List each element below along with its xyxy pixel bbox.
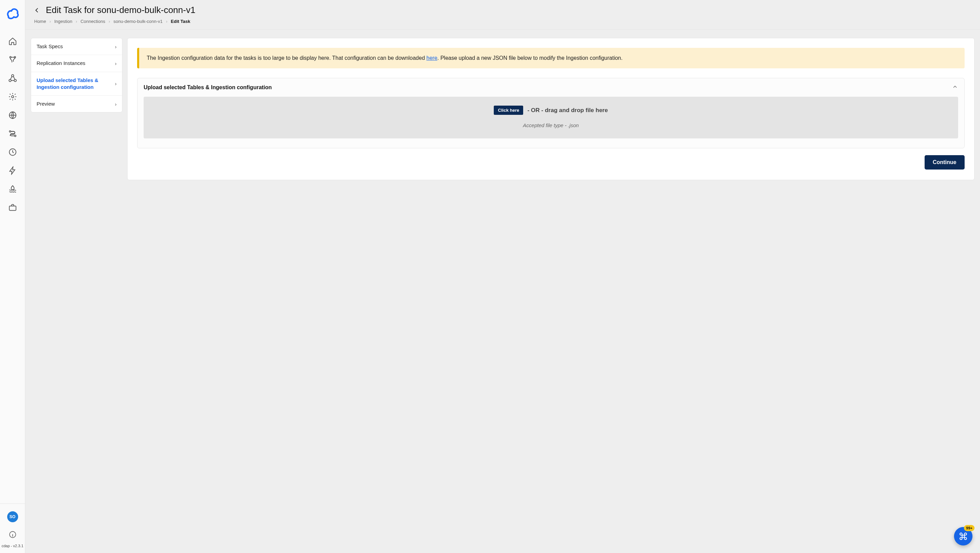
upload-panel: Upload selected Tables & Ingestion confi… [137, 78, 965, 148]
bolt-icon[interactable] [8, 166, 17, 175]
step-replication-instances[interactable]: Replication Instances › [31, 55, 122, 72]
app-logo-icon [5, 6, 20, 21]
step-upload-config[interactable]: Upload selected Tables & Ingestion confi… [31, 72, 122, 96]
chevron-right-icon: › [115, 81, 116, 86]
back-button[interactable] [32, 5, 42, 15]
user-avatar[interactable]: SO [7, 511, 18, 522]
rail-icons [8, 37, 17, 212]
filter-icon[interactable] [8, 56, 17, 64]
breadcrumb-item[interactable]: sonu-demo-bulk-conn-v1 [113, 19, 163, 24]
breadcrumb: Home › Ingestion › Connections › sonu-de… [32, 19, 973, 24]
page-title: Edit Task for sonu-demo-bulk-conn-v1 [46, 5, 195, 15]
fab-badge: 99+ [964, 525, 975, 531]
step-preview[interactable]: Preview › [31, 96, 122, 112]
water-icon[interactable] [8, 184, 17, 194]
version-label: cdap - v2.3.1 [0, 543, 25, 553]
chevron-right-icon: › [49, 19, 51, 24]
nodes-icon[interactable] [8, 74, 17, 83]
step-nav: Task Specs › Replication Instances › Upl… [31, 38, 123, 113]
svg-point-3 [9, 79, 11, 82]
main-panel: The Ingestion configuration data for the… [127, 38, 975, 180]
step-task-specs[interactable]: Task Specs › [31, 38, 122, 55]
info-icon[interactable] [8, 531, 17, 539]
briefcase-icon[interactable] [8, 203, 17, 212]
dropzone-text: - OR - drag and drop file here [527, 107, 608, 114]
chevron-right-icon: › [76, 19, 77, 24]
dropzone-hint: Accepted file type - .json [150, 122, 951, 128]
step-label: Preview [37, 100, 112, 107]
chevron-right-icon: › [115, 60, 116, 66]
collapse-icon[interactable] [952, 84, 958, 91]
home-icon[interactable] [8, 37, 17, 46]
globe-icon[interactable] [8, 111, 17, 120]
svg-point-8 [14, 135, 16, 137]
continue-button[interactable]: Continue [924, 155, 965, 170]
route-icon[interactable] [8, 129, 17, 138]
breadcrumb-item[interactable]: Connections [80, 19, 105, 24]
svg-point-7 [9, 130, 11, 132]
svg-rect-10 [9, 206, 16, 211]
step-label: Upload selected Tables & Ingestion confi… [37, 77, 112, 91]
file-dropzone[interactable]: Click here - OR - drag and drop file her… [144, 97, 958, 138]
chevron-right-icon: › [115, 101, 116, 107]
click-here-button[interactable]: Click here [494, 106, 523, 115]
settings-icon[interactable] [8, 92, 17, 101]
command-fab[interactable]: 99+ [954, 527, 972, 545]
svg-point-5 [11, 96, 14, 98]
page-header: Edit Task for sonu-demo-bulk-conn-v1 Hom… [25, 0, 980, 30]
clock-icon[interactable] [8, 148, 17, 157]
alert-text: The Ingestion configuration data for the… [147, 55, 426, 61]
chevron-right-icon: › [166, 19, 167, 24]
left-rail: SO cdap - v2.3.1 [0, 0, 25, 553]
svg-point-0 [10, 56, 11, 58]
breadcrumb-item[interactable]: Ingestion [54, 19, 73, 24]
panel-title: Upload selected Tables & Ingestion confi… [144, 84, 272, 91]
warning-alert: The Ingestion configuration data for the… [137, 48, 965, 68]
chevron-right-icon: › [109, 19, 110, 24]
alert-text: . Please upload a new JSON file below to… [438, 55, 623, 61]
breadcrumb-item-current: Edit Task [171, 19, 191, 24]
step-label: Task Specs [37, 43, 112, 50]
download-config-link[interactable]: here [426, 55, 438, 61]
step-label: Replication Instances [37, 60, 112, 67]
chevron-right-icon: › [115, 44, 116, 49]
svg-point-4 [14, 79, 16, 82]
breadcrumb-item[interactable]: Home [34, 19, 46, 24]
